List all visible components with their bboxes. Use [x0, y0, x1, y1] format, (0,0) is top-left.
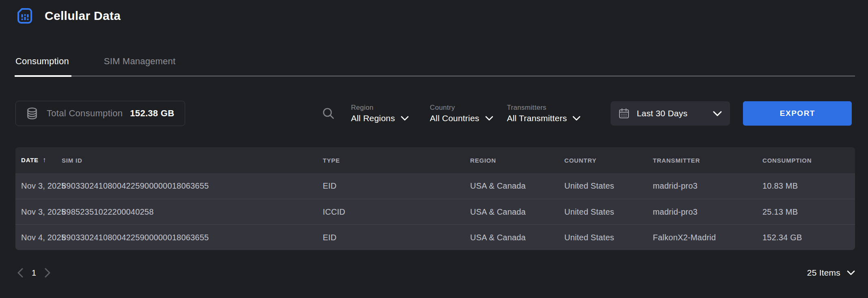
table-cell: 89852351022200040258 [62, 207, 323, 217]
table-cell: 10.83 MB [762, 181, 855, 191]
search-icon [322, 107, 335, 120]
total-consumption-box: Total Consumption 152.38 GB [15, 101, 185, 126]
previous-page-button[interactable] [15, 266, 25, 279]
table-cell: 25.13 MB [762, 207, 855, 217]
transmitters-filter-value: All Transmitters [507, 113, 567, 123]
filter-bar: Total Consumption 152.38 GB Region All R… [15, 101, 855, 126]
consumption-table: DATE↑SIM IDTYPEREGIONCOUNTRYTRANSMITTERC… [15, 147, 855, 250]
table-cell: 89033024108004225900000018063655 [62, 181, 323, 191]
table-row[interactable]: Nov 3, 202589033024108004225900000018063… [15, 173, 855, 199]
table-row[interactable]: Nov 4, 202589033024108004225900000018063… [15, 224, 855, 250]
table-cell: United States [564, 207, 653, 217]
table-cell: Nov 3, 2025 [21, 181, 62, 191]
chevron-down-icon [847, 270, 855, 275]
column-header-region[interactable]: REGION [470, 157, 564, 164]
current-page-number: 1 [32, 268, 36, 278]
cellular-data-page: Cellular Data Consumption SIM Management… [0, 0, 868, 298]
chevron-down-icon [485, 116, 493, 121]
table-cell: ICCID [323, 207, 470, 217]
chevron-down-icon [401, 116, 409, 121]
table-cell: Nov 3, 2025 [21, 207, 62, 217]
column-header-country[interactable]: COUNTRY [564, 157, 653, 164]
region-filter[interactable]: Region All Regions [351, 104, 408, 123]
export-button[interactable]: EXPORT [743, 101, 852, 126]
table-cell: USA & Canada [470, 207, 564, 217]
region-filter-value: All Regions [351, 113, 395, 123]
region-filter-label: Region [351, 104, 408, 112]
table-cell: Nov 4, 2025 [21, 233, 62, 242]
table-cell: EID [323, 233, 470, 242]
table-cell: 152.34 GB [762, 233, 855, 242]
sim-card-icon [15, 7, 34, 25]
tab-sim-management[interactable]: SIM Management [104, 52, 175, 76]
table-header-row: DATE↑SIM IDTYPEREGIONCOUNTRYTRANSMITTERC… [15, 147, 855, 173]
database-icon [25, 106, 39, 121]
calendar-icon [618, 107, 630, 120]
table-cell: 89033024108004225900000018063655 [62, 233, 323, 242]
table-cell: USA & Canada [470, 181, 564, 191]
table-cell: EID [323, 181, 470, 191]
date-range-select[interactable]: Last 30 Days [611, 101, 730, 126]
table-cell: FalkonX2-Madrid [653, 233, 762, 242]
sort-ascending-icon: ↑ [43, 156, 46, 164]
items-per-page-select[interactable]: 25 Items [807, 268, 855, 278]
column-header-sim-id[interactable]: SIM ID [62, 157, 323, 164]
app-header: Cellular Data [0, 0, 868, 25]
tab-consumption[interactable]: Consumption [15, 52, 69, 76]
table-footer: 1 25 Items [15, 266, 855, 279]
pagination: 1 [15, 266, 52, 279]
next-page-button[interactable] [43, 266, 52, 279]
page-title: Cellular Data [45, 9, 121, 23]
tab-bar: Consumption SIM Management [15, 52, 855, 76]
country-filter-value: All Countries [430, 113, 479, 123]
search-button[interactable] [322, 107, 335, 120]
table-cell: USA & Canada [470, 233, 564, 242]
table-body: Nov 3, 202589033024108004225900000018063… [15, 173, 855, 250]
date-range-value: Last 30 Days [637, 109, 706, 118]
table-cell: United States [564, 181, 653, 191]
table-cell: United States [564, 233, 653, 242]
column-header-type[interactable]: TYPE [323, 157, 470, 164]
chevron-right-icon [44, 268, 51, 278]
country-filter-label: Country [430, 104, 493, 112]
column-header-date[interactable]: DATE↑ [21, 156, 62, 164]
column-header-consumption[interactable]: CONSUMPTION [762, 157, 855, 164]
table-cell: madrid-pro3 [653, 207, 762, 217]
table-row[interactable]: Nov 3, 202589852351022200040258ICCIDUSA … [15, 199, 855, 224]
total-consumption-value: 152.38 GB [130, 108, 174, 119]
items-per-page-value: 25 Items [807, 268, 840, 278]
chevron-left-icon [17, 268, 24, 278]
total-consumption-label: Total Consumption [47, 108, 123, 119]
column-header-transmitter[interactable]: TRANSMITTER [653, 157, 762, 164]
country-filter[interactable]: Country All Countries [430, 104, 493, 123]
chevron-down-icon [713, 111, 722, 116]
chevron-down-icon [572, 116, 581, 121]
transmitters-filter-label: Transmitters [507, 104, 581, 112]
transmitters-filter[interactable]: Transmitters All Transmitters [507, 104, 581, 123]
table-cell: madrid-pro3 [653, 181, 762, 191]
